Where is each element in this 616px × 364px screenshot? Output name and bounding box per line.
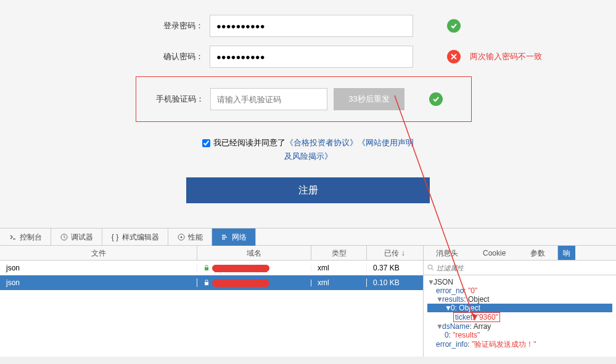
devtools-body: 文件 域名 类型 已传 ↓ json ████████████ xml 0.37… — [0, 246, 616, 357]
col-file[interactable]: 文件 — [0, 246, 197, 260]
network-request-list: 文件 域名 类型 已传 ↓ json ████████████ xml 0.37… — [0, 246, 423, 357]
register-button[interactable]: 注册 — [186, 177, 430, 203]
confirm-password-label: 确认密码： — [142, 51, 203, 62]
redacted-domain: ████████████ — [212, 280, 269, 286]
tab-console-label: 控制台 — [20, 232, 42, 243]
col-domain[interactable]: 域名 — [197, 246, 311, 260]
agreement-row: 我已经阅读并同意了 《合格投资者协议》 《网站使用声明 — [0, 137, 616, 148]
risk-disclosure-link[interactable]: 及风险揭示》 — [284, 152, 332, 161]
table-row[interactable]: json ████████████ xml 0.37 KB — [0, 261, 423, 275]
cell-type: xml — [311, 264, 367, 272]
investor-agreement-link[interactable]: 《合格投资者协议》 — [285, 137, 358, 148]
tab-debugger[interactable]: 调试器 — [51, 229, 102, 246]
tab-debugger-label: 调试器 — [71, 232, 93, 243]
filter-input[interactable] — [437, 264, 612, 272]
svg-rect-3 — [205, 267, 208, 270]
cell-size: 0.10 KB — [367, 278, 422, 287]
registration-form: 登录密码： 确认密码： 两次输入密码不一致 手机验证码： 33秒后重发 我已经阅… — [0, 0, 616, 228]
devtools-panel: 控制台 调试器 { } 样式编辑器 性能 网络 文件 域名 类型 已传 ↓ — [0, 228, 616, 357]
captcha-box: 手机验证码： 33秒后重发 — [136, 76, 472, 122]
svg-point-2 — [180, 237, 182, 238]
console-icon — [9, 233, 17, 241]
tab-network[interactable]: 网络 — [212, 229, 256, 246]
tab-performance[interactable]: 性能 — [168, 229, 212, 246]
password-input[interactable] — [210, 15, 413, 37]
search-icon — [427, 264, 434, 271]
svg-point-5 — [428, 265, 432, 269]
debugger-icon — [60, 233, 68, 241]
agree-prefix: 我已经阅读并同意了 — [213, 137, 285, 148]
lock-icon — [203, 280, 210, 286]
agree-checkbox[interactable] — [202, 139, 210, 147]
tab-headers[interactable]: 消息头 — [424, 246, 470, 260]
cell-domain: ████████████ — [197, 265, 311, 272]
tab-style-label: 样式编辑器 — [122, 232, 159, 243]
check-icon — [429, 92, 443, 106]
password-row: 登录密码： — [0, 15, 616, 37]
json-viewer[interactable]: ▼JSON error_no: "0" ▼results: Object ▼0:… — [424, 275, 616, 352]
agreement-row-2: 及风险揭示》 — [0, 151, 616, 162]
response-tabs: 消息头 Cookie 参数 响 — [424, 246, 616, 261]
col-size[interactable]: 已传 ↓ — [367, 246, 422, 260]
cell-type: xml — [311, 278, 367, 287]
tab-cookie[interactable]: Cookie — [470, 246, 518, 260]
password-label: 登录密码： — [142, 20, 203, 31]
tab-params[interactable]: 参数 — [518, 246, 557, 260]
table-row[interactable]: json ████████████ xml 0.10 KB — [0, 275, 423, 290]
resend-button[interactable]: 33秒后重发 — [334, 88, 405, 110]
network-columns-header: 文件 域名 类型 已传 ↓ — [0, 246, 423, 261]
tab-style-editor[interactable]: { } 样式编辑器 — [102, 229, 168, 246]
check-icon — [447, 19, 461, 33]
svg-rect-4 — [205, 282, 208, 285]
tab-response[interactable]: 响 — [557, 246, 575, 260]
confirm-error-text: 两次输入密码不一致 — [470, 51, 542, 62]
performance-icon — [177, 233, 185, 241]
captcha-label: 手机验证码： — [146, 94, 204, 105]
col-type[interactable]: 类型 — [311, 246, 367, 260]
chevron-down-icon: ↓ — [401, 249, 405, 257]
ticket-highlight: ticket: "9360" — [453, 312, 500, 322]
site-terms-link[interactable]: 《网站使用声明 — [358, 137, 414, 148]
response-panel: 消息头 Cookie 参数 响 ▼JSON error_no: "0" ▼res… — [423, 246, 616, 357]
tab-perf-label: 性能 — [188, 232, 203, 243]
captcha-input[interactable] — [210, 88, 327, 110]
error-icon — [447, 50, 461, 63]
confirm-password-row: 确认密码： 两次输入密码不一致 — [0, 46, 616, 68]
cell-size: 0.37 KB — [367, 264, 422, 272]
lock-icon — [203, 265, 210, 271]
style-editor-icon: { } — [111, 233, 119, 241]
tab-console[interactable]: 控制台 — [0, 229, 51, 246]
network-icon — [221, 233, 229, 241]
filter-bar — [424, 261, 616, 275]
confirm-password-input[interactable] — [210, 46, 413, 68]
cell-file: json — [0, 264, 197, 272]
redacted-domain: ████████████ — [212, 265, 269, 272]
cell-domain: ████████████ — [197, 280, 311, 286]
devtools-tab-bar: 控制台 调试器 { } 样式编辑器 性能 网络 — [0, 229, 616, 246]
cell-file: json — [0, 278, 197, 287]
tab-network-label: 网络 — [232, 232, 247, 243]
